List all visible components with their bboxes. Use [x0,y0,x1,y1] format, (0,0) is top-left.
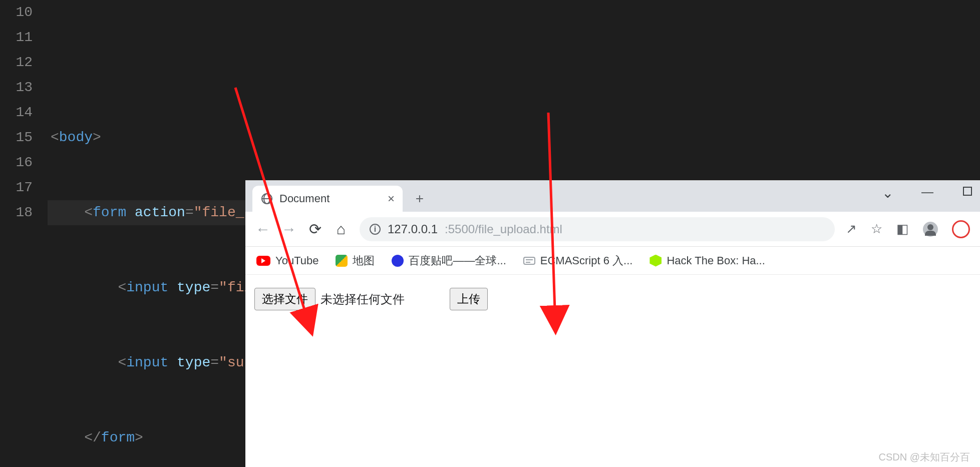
watermark-text: CSDN @未知百分百 [878,450,970,464]
extension-icon[interactable] [952,220,970,238]
bookmark-label: ECMAScript 6 入... [540,253,633,268]
site-info-icon[interactable]: i [370,224,381,235]
bookmarks-bar: YouTube 地图 百度贴吧——全球... ECMAScript 6 入...… [245,247,980,275]
hackthebox-icon [649,255,662,267]
back-button[interactable]: ← [255,221,270,238]
rendered-page: 选择文件 未选择任何文件 上传 [245,275,980,323]
bookmark-hackthebox[interactable]: Hack The Box: Ha... [649,254,765,267]
submit-button[interactable]: 上传 [450,288,488,310]
toolbar-right-icons: ↗ ☆ ◧ [846,220,970,238]
baidu-icon [392,255,404,267]
file-input-widget[interactable]: 选择文件 未选择任何文件 [254,288,405,310]
maximize-button[interactable] [960,185,975,201]
tab-title: Document [279,192,330,205]
choose-file-button[interactable]: 选择文件 [254,288,315,310]
browser-toolbar: ← → ⟳ ⌂ i 127.0.0.1:5500/file_upload.htm… [245,212,980,247]
close-tab-icon[interactable]: × [388,192,395,206]
line-number: 17 [0,175,33,200]
home-button[interactable]: ⌂ [334,221,349,238]
forward-button[interactable]: → [281,221,296,238]
bookmark-youtube[interactable]: YouTube [256,254,318,267]
window-controls: ⌄ — [880,185,975,201]
profile-avatar-icon[interactable] [923,222,938,237]
line-number: 15 [0,125,33,150]
bookmark-label: 地图 [353,253,375,268]
upload-form: 选择文件 未选择任何文件 上传 [254,288,971,310]
line-number: 11 [0,25,33,50]
bookmark-ecmascript[interactable]: ECMAScript 6 入... [523,253,633,268]
youtube-icon [256,256,270,266]
no-file-selected-text: 未选择任何文件 [320,291,405,307]
line-number: 18 [0,200,33,225]
browser-window: Document × + ⌄ — ← → ⟳ ⌂ i 127.0.0.1:550… [245,180,980,467]
code-line [48,50,980,75]
bookmark-baidu[interactable]: 百度贴吧——全球... [392,253,506,268]
browser-tab[interactable]: Document × [252,186,403,212]
doc-icon [523,257,535,265]
line-number: 16 [0,150,33,175]
bookmark-label: YouTube [275,254,318,267]
address-bar[interactable]: i 127.0.0.1:5500/file_upload.html [360,217,835,241]
line-number: 12 [0,50,33,75]
line-number: 13 [0,75,33,100]
url-path: :5500/file_upload.html [445,222,562,236]
globe-icon [261,193,272,204]
reading-list-icon[interactable]: ◧ [896,221,909,237]
url-host: 127.0.0.1 [388,222,438,236]
bookmark-maps[interactable]: 地图 [336,253,375,268]
bookmark-label: Hack The Box: Ha... [667,254,765,267]
new-tab-button[interactable]: + [410,189,430,209]
line-number: 10 [0,0,33,25]
line-number: 14 [0,100,33,125]
line-number-gutter: 10 11 12 13 14 15 16 17 18 [0,0,48,467]
code-line: <body> [48,125,980,150]
minimize-button[interactable]: — [920,185,935,201]
tab-search-icon[interactable]: ⌄ [880,185,895,201]
reload-button[interactable]: ⟳ [307,220,322,238]
tab-strip: Document × + ⌄ — [245,181,980,212]
maps-icon [336,255,348,267]
bookmark-star-icon[interactable]: ☆ [871,221,882,237]
share-icon[interactable]: ↗ [846,221,857,237]
bookmark-label: 百度贴吧——全球... [409,253,506,268]
